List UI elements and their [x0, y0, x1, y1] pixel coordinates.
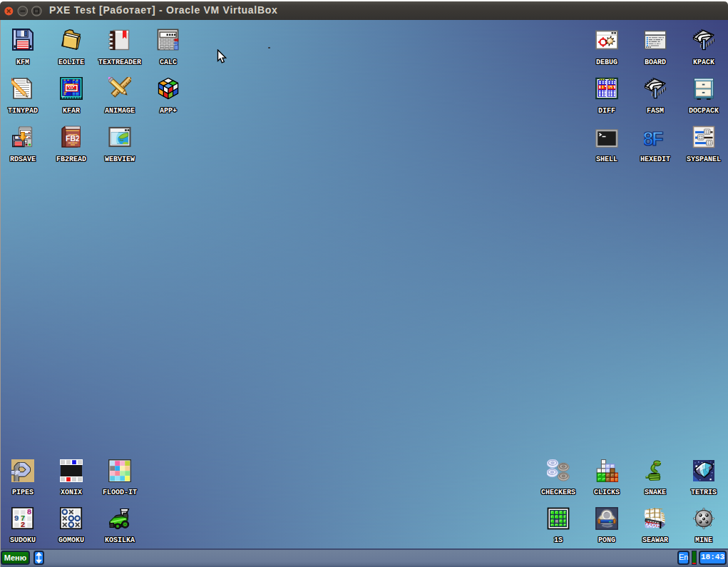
- svg-text:FB2: FB2: [66, 134, 80, 143]
- svg-text:8: 8: [27, 508, 32, 516]
- svg-text:8F: 8F: [644, 128, 663, 148]
- svg-text:2: 2: [21, 521, 26, 529]
- svg-text:9: 9: [14, 514, 19, 523]
